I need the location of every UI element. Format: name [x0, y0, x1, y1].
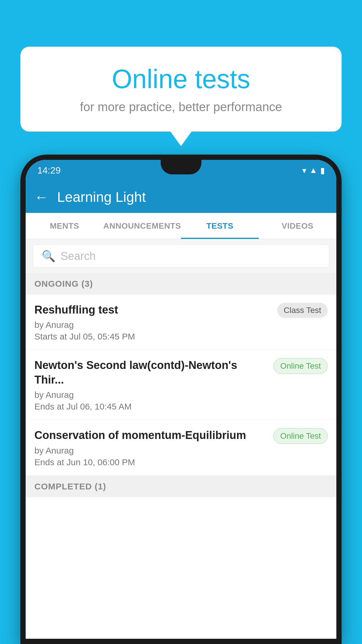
test-item[interactable]: Conservation of momentum-Equilibrium by … [26, 420, 336, 475]
test-author: by Anurag [34, 320, 271, 330]
app-bar: ← Learning Light [26, 181, 336, 213]
test-date: Ends at Jun 10, 06:00 PM [34, 457, 268, 467]
tab-ments[interactable]: MENTS [26, 213, 103, 239]
tab-tests[interactable]: TESTS [181, 213, 259, 239]
tabs-bar: MENTS ANNOUNCEMENTS TESTS VIDEOS [26, 213, 336, 239]
completed-section-header: COMPLETED (1) [26, 476, 336, 497]
test-badge-online: Online Test [273, 358, 328, 374]
speech-bubble: Online tests for more practice, better p… [20, 47, 342, 132]
test-info: Newton's Second law(contd)-Newton's Thir… [34, 358, 268, 412]
test-badge-online-2: Online Test [273, 428, 328, 444]
test-title: Conservation of momentum-Equilibrium [34, 428, 268, 442]
test-author: by Anurag [34, 446, 268, 456]
test-info: Conservation of momentum-Equilibrium by … [34, 428, 268, 467]
test-item[interactable]: Reshuffling test by Anurag Starts at Jul… [26, 295, 336, 350]
battery-icon: ▮ [320, 166, 325, 175]
test-list: Reshuffling test by Anurag Starts at Jul… [26, 295, 336, 476]
back-button[interactable]: ← [34, 189, 48, 205]
search-placeholder: Search [61, 250, 96, 262]
test-badge-class: Class Test [277, 303, 328, 318]
status-bar: 14:29 ▾ ▲ ▮ [26, 160, 336, 181]
bubble-subtitle: for more practice, better performance [44, 100, 318, 114]
phone-frame: 14:29 ▾ ▲ ▮ ← Learning Light MENTS ANNOU… [20, 155, 342, 644]
status-icons: ▾ ▲ ▮ [302, 166, 325, 175]
search-bar[interactable]: 🔍 Search [33, 244, 329, 268]
speech-bubble-container: Online tests for more practice, better p… [20, 47, 342, 132]
test-date: Starts at Jul 05, 05:45 PM [34, 332, 271, 342]
app-title: Learning Light [57, 189, 146, 205]
status-time: 14:29 [37, 165, 61, 176]
bubble-title: Online tests [44, 64, 318, 94]
search-container: 🔍 Search [26, 239, 336, 273]
test-info: Reshuffling test by Anurag Starts at Jul… [34, 303, 271, 342]
notch [161, 160, 201, 174]
search-icon: 🔍 [42, 250, 55, 262]
ongoing-section-header: ONGOING (3) [26, 273, 336, 295]
tab-videos[interactable]: VIDEOS [259, 213, 337, 239]
test-title: Newton's Second law(contd)-Newton's Thir… [34, 358, 268, 387]
test-item[interactable]: Newton's Second law(contd)-Newton's Thir… [26, 350, 336, 420]
test-date: Ends at Jul 06, 10:45 AM [34, 402, 268, 412]
test-title: Reshuffling test [34, 303, 271, 317]
wifi-icon: ▾ [302, 166, 306, 175]
phone-screen: 14:29 ▾ ▲ ▮ ← Learning Light MENTS ANNOU… [26, 160, 336, 639]
tab-announcements[interactable]: ANNOUNCEMENTS [103, 213, 181, 239]
test-author: by Anurag [34, 390, 268, 400]
signal-icon: ▲ [309, 166, 317, 175]
